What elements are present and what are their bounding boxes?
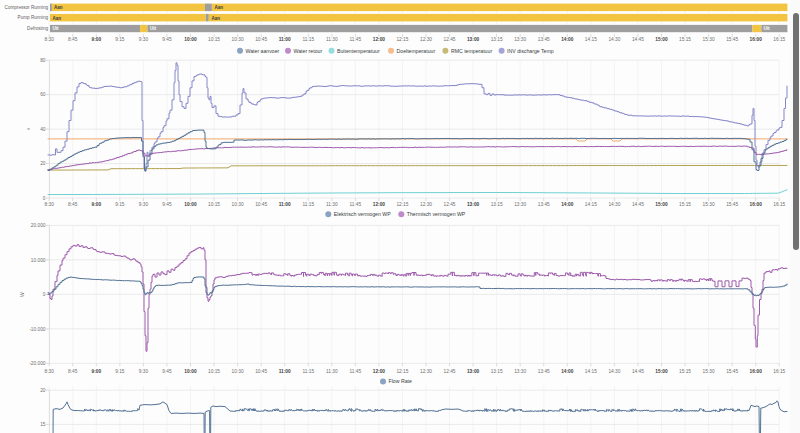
svg-text:Aan: Aan	[53, 16, 62, 21]
svg-text:RMC temperatuur: RMC temperatuur	[451, 48, 492, 54]
svg-text:16:00: 16:00	[750, 369, 763, 374]
svg-text:13:00: 13:00	[467, 369, 480, 374]
svg-text:9:00: 9:00	[91, 37, 101, 42]
svg-text:20.000: 20.000	[31, 223, 46, 228]
svg-text:16:00: 16:00	[750, 37, 763, 42]
svg-text:Uit: Uit	[150, 26, 157, 31]
svg-text:9:30: 9:30	[139, 37, 149, 42]
svg-text:13:45: 13:45	[538, 369, 550, 374]
svg-text:10:15: 10:15	[208, 202, 220, 207]
svg-text:14:45: 14:45	[632, 37, 644, 42]
svg-text:15:45: 15:45	[726, 369, 738, 374]
svg-text:10:45: 10:45	[255, 202, 267, 207]
svg-text:11:00: 11:00	[279, 202, 291, 207]
svg-text:9:15: 9:15	[115, 202, 125, 207]
svg-text:12:45: 12:45	[444, 37, 456, 42]
svg-text:11:15: 11:15	[302, 37, 314, 42]
svg-text:8:45: 8:45	[68, 202, 78, 207]
svg-text:13:30: 13:30	[514, 37, 526, 42]
svg-text:9:45: 9:45	[162, 37, 172, 42]
svg-text:11:30: 11:30	[326, 202, 338, 207]
svg-text:8:30: 8:30	[45, 37, 55, 42]
svg-text:16:00: 16:00	[750, 202, 763, 207]
svg-text:13:15: 13:15	[491, 37, 503, 42]
svg-text:40: 40	[40, 127, 46, 132]
svg-text:Defrosting: Defrosting	[27, 26, 48, 31]
svg-text:11:15: 11:15	[302, 369, 314, 374]
svg-text:Thermisch vermogen WP: Thermisch vermogen WP	[407, 211, 466, 217]
svg-text:80: 80	[40, 58, 46, 63]
svg-text:16:15: 16:15	[773, 369, 785, 374]
svg-text:12:30: 12:30	[420, 202, 432, 207]
svg-text:20: 20	[40, 388, 46, 393]
svg-text:15:15: 15:15	[679, 369, 691, 374]
svg-text:10:15: 10:15	[208, 369, 220, 374]
svg-text:12:15: 12:15	[396, 202, 408, 207]
svg-text:13:15: 13:15	[491, 369, 503, 374]
svg-text:12:30: 12:30	[420, 369, 432, 374]
svg-text:10:45: 10:45	[255, 37, 267, 42]
svg-text:Uit: Uit	[764, 26, 771, 31]
svg-text:10:00: 10:00	[184, 37, 197, 42]
svg-text:14:30: 14:30	[608, 37, 620, 42]
svg-text:13:00: 13:00	[467, 37, 480, 42]
svg-text:14:00: 14:00	[561, 369, 574, 374]
svg-text:8:30: 8:30	[45, 369, 55, 374]
svg-text:14:15: 14:15	[585, 37, 597, 42]
svg-text:8:30: 8:30	[45, 202, 55, 207]
svg-text:12:00: 12:00	[373, 202, 386, 207]
svg-text:13:15: 13:15	[491, 202, 503, 207]
svg-text:13:30: 13:30	[514, 369, 526, 374]
svg-text:12:30: 12:30	[420, 37, 432, 42]
svg-text:9:15: 9:15	[115, 37, 125, 42]
svg-text:11:15: 11:15	[302, 202, 314, 207]
svg-text:9:00: 9:00	[91, 369, 101, 374]
svg-text:10:30: 10:30	[232, 37, 244, 42]
svg-text:10.000: 10.000	[31, 258, 46, 263]
svg-text:14:15: 14:15	[585, 202, 597, 207]
svg-text:14:45: 14:45	[632, 369, 644, 374]
svg-text:10:00: 10:00	[184, 202, 197, 207]
svg-text:15:30: 15:30	[703, 369, 715, 374]
svg-text:15:00: 15:00	[655, 202, 668, 207]
svg-text:13:00: 13:00	[467, 202, 480, 207]
svg-text:11:45: 11:45	[350, 37, 362, 42]
svg-text:10:30: 10:30	[232, 202, 244, 207]
svg-text:15:45: 15:45	[726, 37, 738, 42]
svg-text:11:00: 11:00	[279, 369, 291, 374]
svg-text:9:15: 9:15	[115, 369, 125, 374]
svg-text:20: 20	[40, 161, 46, 166]
svg-text:0: 0	[43, 292, 46, 297]
svg-text:16:15: 16:15	[773, 37, 785, 42]
svg-text:°: °	[27, 127, 34, 130]
svg-text:11:00: 11:00	[279, 37, 291, 42]
svg-text:Water retour: Water retour	[294, 48, 323, 54]
svg-text:14:15: 14:15	[585, 369, 597, 374]
svg-text:Uit: Uit	[53, 26, 60, 31]
svg-text:8:45: 8:45	[68, 369, 78, 374]
svg-text:9:45: 9:45	[162, 369, 172, 374]
svg-text:12:00: 12:00	[373, 369, 386, 374]
svg-text:12:45: 12:45	[444, 369, 456, 374]
svg-text:Doeltemperatuur: Doeltemperatuur	[397, 48, 436, 54]
svg-text:-20.000: -20.000	[29, 361, 46, 366]
svg-text:Pump Running: Pump Running	[18, 15, 49, 20]
svg-text:15:30: 15:30	[703, 37, 715, 42]
svg-text:Aan: Aan	[212, 16, 221, 21]
svg-text:9:30: 9:30	[139, 369, 149, 374]
svg-text:14:30: 14:30	[608, 202, 620, 207]
svg-text:12:45: 12:45	[444, 202, 456, 207]
svg-text:15: 15	[40, 422, 46, 427]
svg-text:15:45: 15:45	[726, 202, 738, 207]
svg-text:Flow Rate: Flow Rate	[389, 378, 412, 384]
svg-text:Aan: Aan	[215, 5, 224, 10]
svg-text:11:30: 11:30	[326, 37, 338, 42]
svg-text:14:00: 14:00	[561, 202, 574, 207]
svg-text:13:30: 13:30	[514, 202, 526, 207]
svg-text:14:30: 14:30	[608, 369, 620, 374]
svg-text:Water aanvoer: Water aanvoer	[246, 48, 280, 54]
svg-text:15:15: 15:15	[679, 37, 691, 42]
svg-text:10:00: 10:00	[184, 369, 197, 374]
svg-text:9:30: 9:30	[139, 202, 149, 207]
svg-text:14:45: 14:45	[632, 202, 644, 207]
